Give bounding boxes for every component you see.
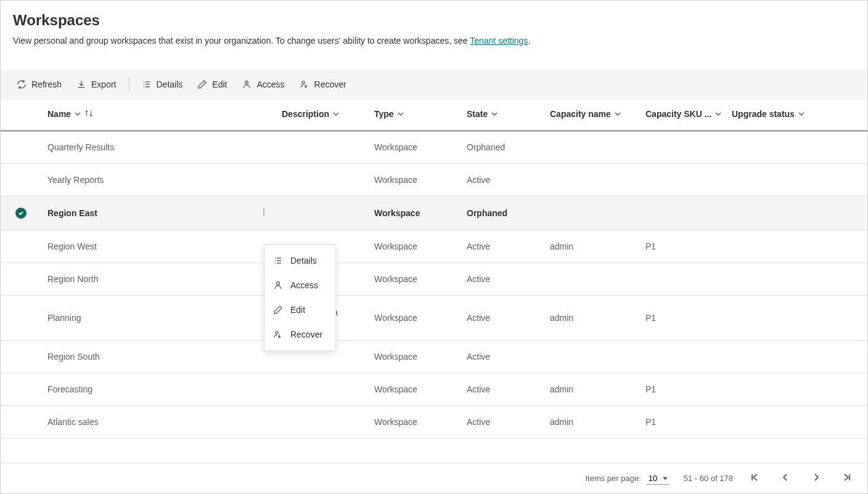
cell-type: Workspace	[369, 295, 462, 340]
details-icon	[273, 256, 283, 265]
page-header: Workspaces View personal and group works…	[1, 1, 867, 47]
chevron-down-icon	[615, 109, 621, 119]
cell-upgrade-status	[727, 196, 867, 230]
next-page-button[interactable]	[809, 471, 823, 486]
table-row[interactable]: Quarterly ResultsWorkspaceOrphaned	[1, 131, 867, 163]
cell-capacity-name	[545, 262, 641, 295]
cell-name: Quarterly Results	[43, 131, 277, 163]
cell-description	[277, 131, 369, 163]
recover-button[interactable]: Recover	[293, 73, 353, 95]
cell-capacity-name: admin	[545, 295, 641, 340]
cell-state: Active	[462, 405, 545, 438]
column-header-description[interactable]: Description	[282, 109, 339, 119]
edit-icon	[197, 79, 207, 89]
cell-name: Atlantic sales	[43, 405, 277, 438]
row-context-menu: Details Access Edit Recover	[264, 244, 336, 351]
table-row[interactable]: Region SouthWorkspaceActive	[1, 340, 867, 373]
context-edit[interactable]: Edit	[264, 298, 335, 322]
table-row[interactable]: Region EastWorkspaceOrphaned	[1, 196, 867, 230]
column-state-label: State	[467, 109, 488, 119]
cell-upgrade-status	[727, 373, 867, 405]
svg-point-0	[245, 81, 248, 84]
column-name-label: Name	[47, 109, 71, 119]
cell-name: Region East	[43, 196, 277, 230]
cell-state: Orphaned	[462, 196, 545, 230]
chevron-down-icon	[333, 109, 339, 119]
more-options-button[interactable]	[255, 205, 273, 221]
items-per-page-label: Items per page:	[585, 474, 641, 483]
svg-point-3	[263, 211, 264, 213]
column-upgrade-status-label: Upgrade status	[732, 109, 795, 119]
context-recover[interactable]: Recover	[264, 322, 335, 347]
cell-name: Yearly Reports	[43, 163, 277, 196]
cell-name: Forecasting	[43, 373, 277, 405]
svg-point-5	[277, 281, 280, 285]
page-range: 51 - 60 of 178	[684, 474, 733, 483]
cell-type: Workspace	[369, 196, 462, 230]
context-access-label: Access	[290, 280, 318, 290]
recover-icon	[300, 79, 309, 89]
cell-type: Workspace	[369, 340, 462, 373]
cell-type: Workspace	[369, 131, 462, 163]
cell-capacity-sku	[641, 163, 727, 196]
cell-state: Active	[462, 230, 545, 262]
context-details[interactable]: Details	[264, 248, 335, 273]
svg-point-4	[263, 214, 264, 215]
column-header-name[interactable]: Name	[47, 109, 93, 119]
context-edit-label: Edit	[290, 305, 305, 315]
table-row[interactable]: PlanningorkSpace area r test in BBTWorks…	[1, 295, 867, 340]
cell-type: Workspace	[369, 405, 462, 438]
column-header-capacity-name[interactable]: Capacity name	[550, 109, 621, 119]
cell-capacity-name: admin	[545, 405, 641, 438]
cell-description	[277, 196, 369, 230]
column-capacity-name-label: Capacity name	[550, 109, 611, 119]
edit-icon	[273, 305, 283, 315]
table-row[interactable]: ForecastingWorkspaceActiveadminP1	[1, 373, 867, 405]
cell-name: Region West	[43, 230, 277, 262]
workspaces-table: Name Description Type State	[1, 99, 867, 439]
last-page-button[interactable]	[840, 471, 854, 486]
column-type-label: Type	[374, 109, 394, 119]
edit-button[interactable]: Edit	[191, 73, 233, 95]
cell-capacity-name	[545, 131, 641, 163]
details-label: Details	[157, 79, 183, 89]
refresh-button[interactable]: Refresh	[10, 73, 68, 95]
cell-upgrade-status	[727, 340, 867, 373]
cell-capacity-sku	[641, 340, 727, 373]
column-header-type[interactable]: Type	[374, 109, 404, 119]
table-row[interactable]: Yearly ReportsWorkspaceActive	[1, 163, 867, 196]
details-button[interactable]: Details	[136, 73, 189, 95]
column-header-capacity-sku[interactable]: Capacity SKU ...	[645, 109, 721, 119]
cell-capacity-name	[545, 340, 641, 373]
table-row[interactable]: Region WestWorkspaceActiveadminP1	[1, 230, 867, 262]
svg-point-1	[301, 81, 304, 83]
cell-state: Active	[462, 163, 545, 196]
export-button[interactable]: Export	[70, 73, 122, 95]
cell-state: Active	[462, 373, 545, 405]
paginator: Items per page: 10 51 - 60 of 178	[1, 463, 867, 493]
recover-label: Recover	[314, 79, 346, 89]
table-row[interactable]: Region NorthWorkspaceActive	[1, 262, 867, 295]
tenant-settings-link[interactable]: Tenant settings	[470, 36, 528, 46]
cell-type: Workspace	[369, 230, 462, 262]
svg-point-2	[263, 209, 264, 210]
context-access[interactable]: Access	[264, 273, 335, 298]
table-row[interactable]: Atlantic salesWorkspaceActiveadminP1	[1, 405, 867, 438]
cell-description	[277, 405, 369, 438]
chevron-down-icon	[798, 109, 805, 119]
description-suffix: .	[528, 36, 530, 46]
page-description: View personal and group workspaces that …	[13, 35, 855, 47]
cell-capacity-name: admin	[545, 373, 641, 405]
cell-capacity-name	[545, 196, 641, 230]
access-button[interactable]: Access	[235, 73, 290, 95]
items-per-page-select[interactable]: 10	[646, 472, 669, 485]
first-page-button[interactable]	[748, 471, 761, 486]
svg-point-6	[276, 331, 278, 333]
prev-page-button[interactable]	[779, 471, 792, 486]
cell-description	[277, 163, 369, 196]
column-header-state[interactable]: State	[467, 109, 497, 119]
column-header-upgrade-status[interactable]: Upgrade status	[732, 109, 805, 119]
cell-upgrade-status	[727, 131, 867, 163]
cell-capacity-name	[545, 163, 641, 196]
description-text: View personal and group workspaces that …	[13, 36, 470, 46]
